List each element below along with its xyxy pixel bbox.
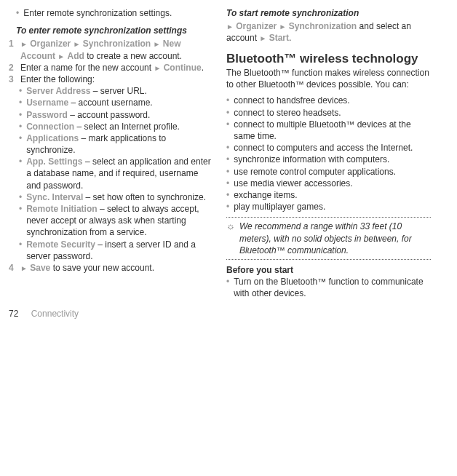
step-tail: to create a new account. (87, 51, 182, 61)
bullet-icon: • (19, 97, 22, 108)
tip-text: We recommend a range within 33 feet (10 … (239, 221, 431, 256)
setting-desc: – select an Internet profile. (74, 122, 180, 132)
arrow-icon: ► (73, 40, 81, 48)
step-text: Enter the following: (20, 74, 95, 85)
step-number: 4 (9, 262, 17, 274)
arrow-icon: ► (20, 264, 28, 272)
bullet-icon: • (19, 203, 22, 239)
list-item: •use remote control computer application… (226, 166, 431, 178)
list-item: •Connection – select an Internet profile… (9, 121, 213, 132)
tip-icon: ☼ (226, 221, 235, 256)
bullet-icon: • (226, 154, 229, 165)
setting-label: Server Address (26, 86, 90, 96)
bullet-icon: • (19, 239, 22, 262)
list-item: • Turn on the Bluetooth™ function to com… (226, 276, 431, 299)
bullet-icon: • (19, 109, 22, 121)
setting-desc: – server URL. (90, 86, 146, 96)
step-tail: to save your new account. (53, 263, 154, 273)
intro-text: The Bluetooth™ function makes wireless c… (226, 67, 431, 90)
setting-label: Remote Security (26, 239, 95, 250)
arrow-icon: ► (154, 64, 161, 72)
nav-item: Organizer (30, 39, 71, 49)
bullet-icon: • (226, 107, 229, 119)
list-item: •Sync. Interval – set how often to synch… (9, 191, 213, 203)
list-item: •connect to stereo headsets. (226, 107, 431, 119)
bullet-icon: • (226, 166, 229, 178)
bullet-icon: • (226, 189, 229, 201)
arrow-icon: ► (57, 52, 65, 60)
right-column: To start remote synchronization ► Organi… (226, 7, 431, 299)
step-4: 4 ► Save to save your new account. (9, 262, 213, 274)
list-item: •exchange items. (226, 189, 431, 201)
list-item: •App. Settings – select an application a… (9, 156, 213, 191)
item-text: exchange items. (234, 189, 297, 201)
setting-desc: – account password. (68, 110, 150, 120)
bt-capability-list: •connect to handsfree devices.•connect t… (226, 95, 431, 213)
bullet-icon: • (19, 132, 22, 156)
bullet-icon: • (19, 121, 22, 132)
arrow-icon: ► (20, 40, 28, 48)
list-item: •Remote Initiation – select to always ac… (9, 203, 213, 239)
nav-item: Continue (164, 63, 202, 73)
nav-item: Add (68, 51, 84, 61)
nav-item: Synchronization (83, 39, 151, 49)
item-text: connect to multiple Bluetooth™ devices a… (234, 119, 431, 142)
step-2: 2 Enter a name for the new account ► Con… (9, 62, 213, 74)
arrow-icon: ► (259, 34, 266, 42)
item-text: play multiplayer games. (234, 201, 325, 213)
item-text: connect to handsfree devices. (234, 95, 349, 106)
list-item: •Username – account username. (9, 97, 213, 108)
step-number: 1 (9, 38, 17, 61)
bullet-icon: • (19, 191, 22, 203)
bullet-icon: • (16, 7, 19, 19)
list-item: •play multiplayer games. (226, 201, 431, 213)
subsection-heading: To enter remote synchronization settings (9, 25, 213, 36)
setting-label: Sync. Interval (26, 192, 83, 202)
page-number: 72 (9, 309, 18, 319)
settings-list: •Server Address – server URL.•Username –… (9, 85, 213, 262)
bullet-icon: • (226, 201, 229, 213)
step-number: 2 (9, 62, 17, 74)
bullet-icon: • (19, 85, 22, 97)
start-line: ► Organizer ► Synchronization and select… (226, 20, 431, 44)
bullet-icon: • (226, 119, 229, 142)
list-item: •connect to computers and access the Int… (226, 142, 431, 154)
bullet-icon: • (226, 178, 229, 189)
list-item: •connect to handsfree devices. (226, 95, 431, 106)
left-column: • Enter remote synchronization settings.… (9, 7, 213, 299)
section-heading: Bluetooth™ wireless technology (226, 52, 431, 66)
step-text: Enter a name for the new account (20, 63, 154, 73)
arrow-icon: ► (226, 23, 234, 31)
step-number: 3 (9, 74, 17, 85)
bullet-icon: • (19, 156, 22, 191)
setting-label: Applications (26, 133, 79, 143)
list-item: •Remote Security – insert a server ID an… (9, 239, 213, 262)
setting-desc: – account username. (68, 98, 152, 108)
subsection-heading: To start remote synchronization (226, 7, 431, 19)
item-text: synchronize information with computers. (234, 154, 389, 165)
subsection-heading: Before you start (226, 264, 431, 276)
bullet-icon: • (226, 142, 229, 154)
item-text: use remote control computer applications… (234, 166, 396, 178)
nav-item: Start (269, 33, 289, 43)
list-item: •synchronize information with computers. (226, 154, 431, 165)
item-text: Turn on the Bluetooth™ function to commu… (234, 276, 431, 299)
list-item: •Applications – mark applications to syn… (9, 132, 213, 156)
item-text: connect to stereo headsets. (234, 107, 341, 119)
tip-box: ☼ We recommend a range within 33 feet (1… (226, 217, 431, 260)
step-1: 1 ► Organizer ► Synchronization ► New Ac… (9, 38, 213, 61)
arrow-icon: ► (279, 23, 287, 31)
list-item: • Enter remote synchronization settings. (9, 7, 213, 19)
setting-label: Connection (26, 122, 74, 132)
item-text: Enter remote synchronization settings. (23, 7, 172, 19)
setting-desc: – set how often to synchronize. (83, 192, 206, 202)
setting-label: Remote Initiation (26, 204, 97, 214)
setting-label: Username (26, 98, 68, 108)
list-item: •connect to multiple Bluetooth™ devices … (226, 119, 431, 142)
list-item: •Password – account password. (9, 109, 213, 121)
nav-item: Organizer (236, 21, 277, 31)
list-item: •Server Address – server URL. (9, 85, 213, 97)
nav-item: Synchronization (289, 21, 357, 31)
setting-label: Password (26, 110, 68, 120)
setting-label: App. Settings (26, 156, 82, 167)
